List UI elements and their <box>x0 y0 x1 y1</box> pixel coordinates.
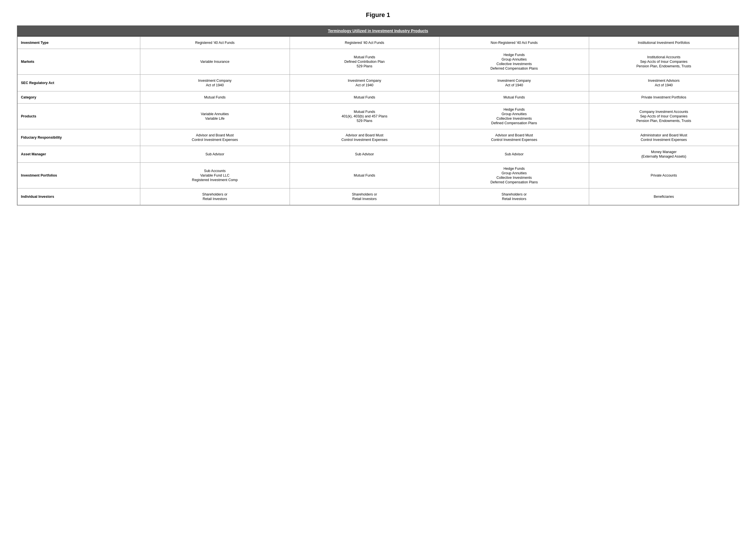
cell-5-3: Administrator and Board MustControl Inve… <box>589 129 739 146</box>
cell-text: Investment Company <box>498 79 531 82</box>
cell-4-1: Mutual Funds401(k), 403(b) and 457 Plans… <box>290 104 439 129</box>
cell-text: Defined Contribution Plan <box>344 60 384 64</box>
cell-5-2: Advisor and Board MustControl Investment… <box>439 129 589 146</box>
cell-text: Mutual Funds <box>354 95 375 99</box>
cell-text: Act of 1940 <box>505 83 523 87</box>
cell-text: 529 Plans <box>357 64 372 68</box>
table-row: MarketsVariable InsuranceMutual FundsDef… <box>17 49 739 75</box>
cell-text: Deferred Compensation Plans <box>491 180 538 184</box>
cell-3-0: Mutual Funds <box>140 92 290 104</box>
table-row: Asset ManagerSub AdvisorSub AdvisorSub A… <box>17 146 739 163</box>
cell-text: Non-Registered '40 Act Funds <box>491 41 538 45</box>
cell-text: Sub Advisor <box>505 152 524 156</box>
cell-text: Group Annuities <box>501 112 527 116</box>
table-row: CategoryMutual FundsMutual FundsMutual F… <box>17 92 739 104</box>
cell-4-3: Company Investment AccountsSep Accts of … <box>589 104 739 129</box>
cell-3-3: Private Investment Portfolios <box>589 92 739 104</box>
row-label: Investment Portfolios <box>17 163 140 188</box>
row-label: Markets <box>17 49 140 75</box>
cell-7-0: Sub AccountsVariable Fund LLCRegistered … <box>140 163 290 188</box>
cell-text: Mutual Funds <box>354 110 375 114</box>
cell-text: Institutional Investment Portfolios <box>638 41 689 45</box>
cell-6-3: Money Manager(Externally Managed Assets) <box>589 146 739 163</box>
cell-text: Act of 1940 <box>206 83 224 87</box>
cell-text: (Externally Managed Assets) <box>641 154 686 159</box>
cell-text: Collective Investments <box>496 176 532 180</box>
table-row: Fiduciary ResponsibilityAdvisor and Boar… <box>17 129 739 146</box>
cell-2-2: Investment CompanyAct of 1940 <box>439 75 589 92</box>
cell-7-2: Hedge FundsGroup AnnuitiesCollective Inv… <box>439 163 589 188</box>
cell-text: Act of 1940 <box>655 83 673 87</box>
cell-text: 401(k), 403(b) and 457 Plans <box>341 114 388 118</box>
row-label: Asset Manager <box>17 146 140 163</box>
row-label: Fiduciary Responsibility <box>17 129 140 146</box>
cell-3-2: Mutual Funds <box>439 92 589 104</box>
cell-0-0: Registered '40 Act Funds <box>140 37 290 49</box>
cell-text: Control Investment Expenses <box>641 138 687 142</box>
cell-text: Investment Company <box>348 79 381 82</box>
cell-text: Mutual Funds <box>354 173 375 177</box>
cell-4-2: Hedge FundsGroup AnnuitiesCollective Inv… <box>439 104 589 129</box>
cell-text: Registered '40 Act Funds <box>195 41 235 45</box>
cell-3-1: Mutual Funds <box>290 92 439 104</box>
cell-1-0: Variable Insurance <box>140 49 290 75</box>
cell-text: Collective Investments <box>496 62 532 66</box>
cell-text: Advisor and Board Must <box>346 133 383 137</box>
cell-0-3: Institutional Investment Portfolios <box>589 37 739 49</box>
cell-text: Group Annuities <box>501 58 527 61</box>
row-label: Investment Type <box>17 37 140 49</box>
row-label: Category <box>17 92 140 104</box>
cell-0-2: Non-Registered '40 Act Funds <box>439 37 589 49</box>
cell-2-3: Investment AdvisorsAct of 1940 <box>589 75 739 92</box>
cell-text: Hedge Funds <box>503 167 525 171</box>
table-row: SEC Regulatory ActInvestment CompanyAct … <box>17 75 739 92</box>
cell-text: Sub Accounts <box>204 169 225 173</box>
cell-text: Retail Investors <box>352 197 377 201</box>
cell-text: Defined Compensation Plans <box>491 121 537 125</box>
cell-text: Shareholders or <box>352 193 377 196</box>
cell-text: Private Accounts <box>650 173 677 177</box>
cell-text: Retail Investors <box>502 197 526 201</box>
cell-4-0: Variable AnnuitiesVariable Life <box>140 104 290 129</box>
cell-8-1: Shareholders orRetail Investors <box>290 188 439 205</box>
cell-text: Sub Advisor <box>205 152 224 156</box>
cell-2-1: Investment CompanyAct of 1940 <box>290 75 439 92</box>
cell-5-0: Advisor and Board MustControl Investment… <box>140 129 290 146</box>
cell-text: Private Investment Portfolios <box>641 95 686 99</box>
table-header: Terminology Utilized in Investment Indus… <box>17 26 739 36</box>
cell-text: Control Investment Expenses <box>192 138 238 142</box>
cell-text: Group Annuities <box>501 171 527 175</box>
cell-1-1: Mutual FundsDefined Contribution Plan529… <box>290 49 439 75</box>
cell-text: Act of 1940 <box>356 83 373 87</box>
row-label: Individual Investors <box>17 188 140 205</box>
page-title: Figure 1 <box>17 11 739 19</box>
cell-text: 529 Plans <box>357 119 372 123</box>
cell-8-0: Shareholders orRetail Investors <box>140 188 290 205</box>
cell-text: Registered Investment Comp <box>192 178 238 182</box>
cell-text: Mutual Funds <box>204 95 226 99</box>
cell-text: Sep Accts of Insur Companies <box>640 114 687 118</box>
cell-text: Pension Plan, Endowments, Trusts <box>636 64 691 68</box>
cell-text: Variable Fund LLC <box>200 173 229 177</box>
cell-8-3: Beneficiaries <box>589 188 739 205</box>
cell-text: Shareholders or <box>202 193 227 196</box>
cell-text: Investment Company <box>198 79 231 82</box>
cell-6-0: Sub Advisor <box>140 146 290 163</box>
cell-8-2: Shareholders orRetail Investors <box>439 188 589 205</box>
cell-text: Variable Insurance <box>200 60 229 64</box>
table-row: Individual InvestorsShareholders orRetai… <box>17 188 739 205</box>
cell-text: Sep Accts of Insur Companies <box>640 60 687 64</box>
row-label: Products <box>17 104 140 129</box>
cell-text: Investment Advisors <box>648 79 680 82</box>
cell-1-3: Institutional AccountsSep Accts of Insur… <box>589 49 739 75</box>
cell-text: Registered '40 Act Funds <box>345 41 384 45</box>
cell-7-1: Mutual Funds <box>290 163 439 188</box>
cell-text: Collective Investments <box>496 116 532 120</box>
table-row: ProductsVariable AnnuitiesVariable LifeM… <box>17 104 739 129</box>
cell-text: Sub Advisor <box>355 152 374 156</box>
cell-text: Pension Plan, Endowments, Trusts <box>636 119 691 123</box>
cell-text: Mutual Funds <box>354 55 375 59</box>
cell-text: Company Investment Accounts <box>640 110 688 114</box>
cell-text: Variable Annuities <box>201 112 229 116</box>
cell-text: Deferred Compensation Plans <box>491 67 538 70</box>
